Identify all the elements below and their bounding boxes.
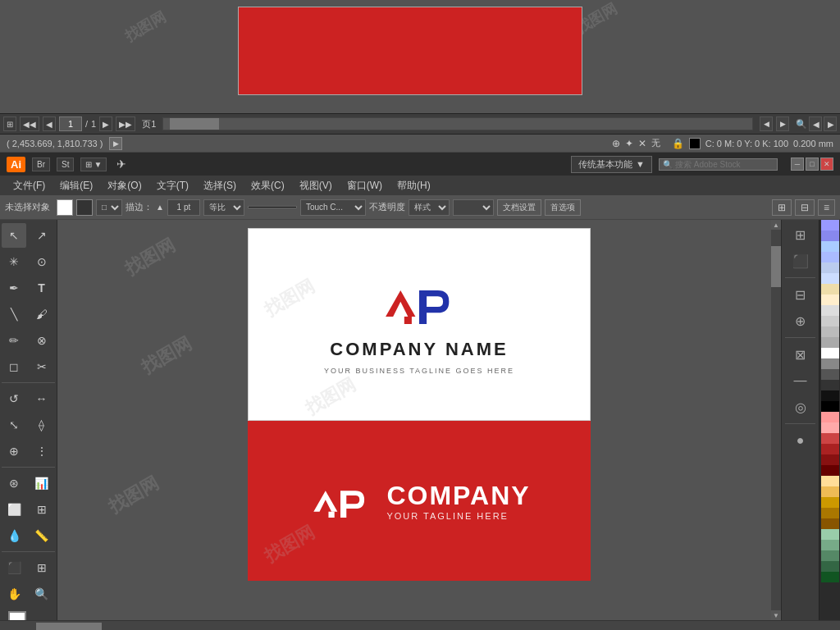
zoom-tool[interactable]: 🔍 [30, 582, 54, 606]
search-input[interactable] [675, 160, 774, 169]
palette-swatch-28[interactable] [821, 508, 839, 518]
close-button[interactable]: ✕ [820, 158, 833, 171]
palette-swatch-1[interactable] [821, 220, 839, 231]
appearance-btn[interactable]: ◎ [789, 395, 812, 418]
column-chart-tool[interactable]: 📊 [30, 471, 54, 495]
palette-swatch-20[interactable] [821, 422, 839, 433]
shape-select[interactable]: □ [96, 199, 122, 216]
eraser-tool[interactable]: ◻ [2, 354, 26, 379]
scroll-left[interactable]: ◀ [760, 116, 773, 131]
style-select[interactable] [453, 199, 494, 216]
opacity-select[interactable]: 样式： [409, 199, 450, 216]
palette-swatch-15[interactable] [821, 369, 839, 380]
stroke-value-input[interactable] [167, 199, 200, 216]
palette-swatch-8[interactable] [821, 294, 839, 305]
direct-selection-tool[interactable]: ↗ [30, 223, 54, 248]
palette-swatch-5[interactable] [821, 262, 839, 273]
v-scrollbar-down[interactable]: ▼ [771, 610, 781, 620]
minimize-button[interactable]: ─ [791, 158, 804, 171]
scissors-tool[interactable]: ✂ [30, 354, 54, 379]
palette-swatch-24[interactable] [821, 465, 839, 476]
mesh-tool[interactable]: ⊞ [30, 555, 54, 580]
slice-tool[interactable]: ⊞ [30, 497, 54, 522]
symbol-tool[interactable]: ⊛ [2, 471, 26, 495]
palette-swatch-31[interactable] [821, 540, 839, 550]
palette-swatch-3[interactable] [821, 241, 839, 252]
scroll-right[interactable]: ▶ [776, 116, 789, 131]
align-panel-btn[interactable]: ⊟ [789, 283, 812, 306]
palette-swatch-30[interactable] [821, 529, 839, 540]
menu-file[interactable]: 文件(F) [7, 177, 52, 194]
play-button[interactable]: ▶ [109, 137, 122, 150]
palette-swatch-11[interactable] [821, 326, 839, 337]
h-bottom-scrollbar[interactable] [3, 622, 837, 631]
st-icon[interactable]: St [57, 158, 74, 171]
grid-icon-btn[interactable]: ⊞ [789, 223, 812, 246]
palette-swatch-17[interactable] [821, 390, 839, 401]
zoom-in[interactable]: ▶ [824, 116, 837, 131]
menu-type[interactable]: 文字(T) [150, 177, 195, 194]
send-icon[interactable]: ✈ [116, 158, 126, 171]
palette-swatch-7[interactable] [821, 284, 839, 294]
br-icon[interactable]: Br [32, 158, 50, 171]
reshape-tool[interactable]: ⊕ [2, 439, 26, 463]
type-tool[interactable]: T [30, 276, 54, 300]
selection-tool[interactable]: ↖ [2, 223, 26, 248]
v-scrollbar-up[interactable]: ▲ [771, 220, 781, 230]
palette-swatch-25[interactable] [821, 476, 839, 486]
stroke-swatch[interactable] [76, 199, 93, 216]
brush-select[interactable]: Touch C... [300, 199, 366, 216]
palette-swatch-14[interactable] [821, 358, 839, 369]
palette-swatch-29[interactable] [821, 518, 839, 529]
more-btn[interactable]: ≡ [818, 199, 835, 216]
menu-edit[interactable]: 编辑(E) [53, 177, 99, 194]
palette-swatch-23[interactable] [821, 454, 839, 465]
restore-button[interactable]: □ [806, 158, 819, 171]
foreground-swatch[interactable] [8, 611, 26, 620]
layout-selector[interactable]: ⊞ ▼ [80, 158, 107, 171]
search-box[interactable]: 🔍 [659, 158, 778, 171]
eyedropper-tool[interactable]: 💧 [2, 523, 26, 548]
palette-swatch-4[interactable] [821, 252, 839, 262]
nav-next-page[interactable]: ▶ [99, 116, 112, 131]
magic-wand-tool[interactable]: ✳ [2, 249, 26, 274]
page-number-input[interactable] [59, 116, 82, 131]
doc-settings-btn[interactable]: 文档设置 [497, 199, 541, 216]
v-scrollbar-thumb[interactable] [771, 246, 781, 287]
stroke-select[interactable]: 等比 [203, 199, 244, 216]
blob-brush-tool[interactable]: ⊗ [30, 328, 54, 353]
line-tool[interactable]: ╲ [2, 302, 26, 326]
palette-swatch-27[interactable] [821, 497, 839, 508]
palette-swatch-12[interactable] [821, 337, 839, 348]
warp-tool[interactable]: ⋮ [30, 439, 54, 463]
palette-swatch-22[interactable] [821, 444, 839, 454]
pen-tool[interactable]: ✒ [2, 276, 26, 300]
lasso-tool[interactable]: ⊙ [30, 249, 54, 274]
hand-tool[interactable]: ✋ [2, 582, 26, 606]
arrange-btn[interactable]: ⊞ [772, 199, 792, 216]
symbol-panel-btn[interactable]: ● [789, 429, 812, 452]
menu-window[interactable]: 窗口(W) [340, 177, 389, 194]
palette-swatch-34[interactable] [821, 572, 839, 582]
transform-btn[interactable]: ⊕ [789, 309, 812, 332]
stroke-up-arrow[interactable]: ▲ [156, 203, 164, 212]
stroke-panel-btn[interactable]: — [789, 369, 812, 392]
menu-select[interactable]: 选择(S) [197, 177, 243, 194]
paintbrush-tool[interactable]: 🖌 [30, 302, 54, 326]
h-scrollbar[interactable] [162, 117, 753, 130]
v-scrollbar[interactable]: ▲ ▼ [771, 220, 781, 620]
palette-swatch-21[interactable] [821, 433, 839, 444]
palette-swatch-9[interactable] [821, 305, 839, 316]
gradient-tool[interactable]: ⬛ [2, 555, 26, 580]
palette-swatch-6[interactable] [821, 273, 839, 284]
nav-page-setup[interactable]: ⊞ [3, 116, 16, 131]
fill-swatch[interactable] [57, 199, 73, 216]
reflect-tool[interactable]: ↔ [30, 386, 54, 411]
measure-tool[interactable]: 📏 [30, 523, 54, 548]
rotate-tool[interactable]: ↺ [2, 386, 26, 411]
palette-swatch-32[interactable] [821, 550, 839, 561]
layers-icon-btn[interactable]: ⬛ [789, 249, 812, 272]
nav-prev-page[interactable]: ◀ [43, 116, 56, 131]
align-btn[interactable]: ⊟ [795, 199, 815, 216]
palette-swatch-19[interactable] [821, 412, 839, 422]
